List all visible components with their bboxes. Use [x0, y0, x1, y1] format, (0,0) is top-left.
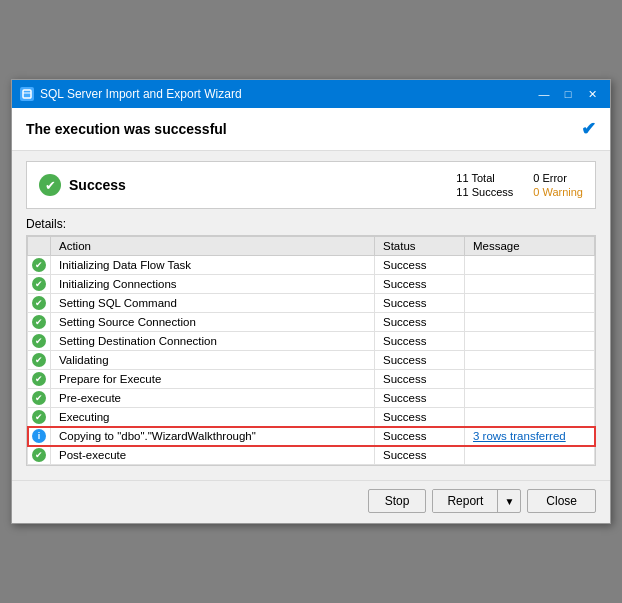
- title-bar: SQL Server Import and Export Wizard — □ …: [12, 80, 610, 108]
- row-action: Pre-execute: [51, 389, 375, 408]
- row-action: Initializing Data Flow Task: [51, 256, 375, 275]
- content-area: ✔ Success 11 Total 11 Success 0 Error 0 …: [12, 151, 610, 476]
- report-button-container: Report ▼: [432, 489, 521, 513]
- table-row: ✔Post-executeSuccess: [28, 446, 595, 465]
- row-status: Success: [375, 446, 465, 465]
- row-icon-cell: ✔: [28, 294, 51, 313]
- success-row-icon: ✔: [32, 410, 46, 424]
- row-message: [465, 256, 595, 275]
- table-row: iCopying to "dbo"."WizardWalkthrough"Suc…: [28, 427, 595, 446]
- success-row-icon: ✔: [32, 258, 46, 272]
- success-row-icon: ✔: [32, 448, 46, 462]
- table-row: ✔Initializing ConnectionsSuccess: [28, 275, 595, 294]
- row-icon-cell: ✔: [28, 446, 51, 465]
- table-row: ✔Setting Source ConnectionSuccess: [28, 313, 595, 332]
- row-message: [465, 370, 595, 389]
- row-message: [465, 351, 595, 370]
- maximize-button[interactable]: □: [558, 86, 578, 102]
- row-action: Post-execute: [51, 446, 375, 465]
- col-message-header: Message: [465, 237, 595, 256]
- stop-button[interactable]: Stop: [368, 489, 427, 513]
- row-icon-cell: ✔: [28, 389, 51, 408]
- row-message[interactable]: 3 rows transferred: [465, 427, 595, 446]
- error-count: 0 Error: [533, 172, 583, 184]
- row-action: Validating: [51, 351, 375, 370]
- table-row: ✔Pre-executeSuccess: [28, 389, 595, 408]
- row-status: Success: [375, 370, 465, 389]
- success-icon: ✔: [39, 174, 61, 196]
- row-message: [465, 332, 595, 351]
- row-status: Success: [375, 332, 465, 351]
- success-row-icon: ✔: [32, 353, 46, 367]
- row-action: Initializing Connections: [51, 275, 375, 294]
- success-row-icon: ✔: [32, 391, 46, 405]
- success-row-icon: ✔: [32, 372, 46, 386]
- status-panel: ✔ Success 11 Total 11 Success 0 Error 0 …: [26, 161, 596, 209]
- table-row: ✔ValidatingSuccess: [28, 351, 595, 370]
- details-table: Action Status Message ✔Initializing Data…: [27, 236, 595, 465]
- row-icon-cell: ✔: [28, 313, 51, 332]
- row-status: Success: [375, 313, 465, 332]
- row-message: [465, 313, 595, 332]
- row-icon-cell: ✔: [28, 408, 51, 427]
- row-status: Success: [375, 427, 465, 446]
- details-table-container: Action Status Message ✔Initializing Data…: [26, 235, 596, 466]
- execution-status-title: The execution was successful: [26, 121, 227, 137]
- details-label: Details:: [26, 217, 596, 231]
- row-icon-cell: ✔: [28, 351, 51, 370]
- table-row: ✔Setting Destination ConnectionSuccess: [28, 332, 595, 351]
- svg-rect-0: [23, 90, 31, 98]
- error-stats: 0 Error 0 Warning: [533, 172, 583, 198]
- table-row: ✔Prepare for ExecuteSuccess: [28, 370, 595, 389]
- row-action: Executing: [51, 408, 375, 427]
- row-status: Success: [375, 294, 465, 313]
- row-action: Setting Destination Connection: [51, 332, 375, 351]
- minimize-button[interactable]: —: [534, 86, 554, 102]
- row-icon-cell: ✔: [28, 275, 51, 294]
- table-body: ✔Initializing Data Flow TaskSuccess✔Init…: [28, 256, 595, 465]
- success-row-icon: ✔: [32, 315, 46, 329]
- status-stats: 11 Total 11 Success 0 Error 0 Warning: [456, 172, 583, 198]
- row-action: Setting SQL Command: [51, 294, 375, 313]
- row-message: [465, 389, 595, 408]
- report-button[interactable]: Report: [433, 490, 498, 512]
- row-message: [465, 408, 595, 427]
- col-icon-header: [28, 237, 51, 256]
- window-controls: — □ ✕: [534, 86, 602, 102]
- row-icon-cell: ✔: [28, 256, 51, 275]
- report-dropdown-button[interactable]: ▼: [498, 492, 520, 511]
- row-message: [465, 294, 595, 313]
- success-row-icon: ✔: [32, 277, 46, 291]
- row-message: [465, 446, 595, 465]
- row-action: Copying to "dbo"."WizardWalkthrough": [51, 427, 375, 446]
- row-message: [465, 275, 595, 294]
- row-status: Success: [375, 351, 465, 370]
- success-checkmark-icon: ✔: [581, 118, 596, 140]
- footer-area: Stop Report ▼ Close: [12, 480, 610, 523]
- status-label: Success: [69, 177, 126, 193]
- rows-transferred-link[interactable]: 3 rows transferred: [473, 430, 566, 442]
- success-count: 11 Success: [456, 186, 513, 198]
- row-status: Success: [375, 408, 465, 427]
- info-row-icon: i: [32, 429, 46, 443]
- table-header-row: Action Status Message: [28, 237, 595, 256]
- window-title: SQL Server Import and Export Wizard: [40, 87, 242, 101]
- total-stats: 11 Total 11 Success: [456, 172, 513, 198]
- col-action-header: Action: [51, 237, 375, 256]
- main-window: SQL Server Import and Export Wizard — □ …: [11, 79, 611, 524]
- table-row: ✔ExecutingSuccess: [28, 408, 595, 427]
- close-button[interactable]: Close: [527, 489, 596, 513]
- table-row: ✔Initializing Data Flow TaskSuccess: [28, 256, 595, 275]
- row-action: Prepare for Execute: [51, 370, 375, 389]
- success-row-icon: ✔: [32, 296, 46, 310]
- table-row: ✔Setting SQL CommandSuccess: [28, 294, 595, 313]
- row-icon-cell: ✔: [28, 370, 51, 389]
- close-window-button[interactable]: ✕: [582, 86, 602, 102]
- success-row-icon: ✔: [32, 334, 46, 348]
- row-status: Success: [375, 275, 465, 294]
- row-icon-cell: ✔: [28, 332, 51, 351]
- total-count: 11 Total: [456, 172, 513, 184]
- row-status: Success: [375, 256, 465, 275]
- status-left: ✔ Success: [39, 174, 126, 196]
- col-status-header: Status: [375, 237, 465, 256]
